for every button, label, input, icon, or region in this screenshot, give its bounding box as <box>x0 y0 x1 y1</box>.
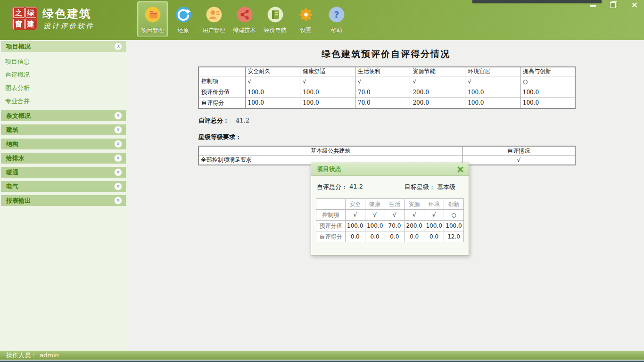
sidebar-section-architecture[interactable]: 建筑 <box>1 124 126 135</box>
table-cell: √ <box>245 76 300 87</box>
toolbar-button-help[interactable]: ? 帮助 <box>321 1 352 37</box>
sidebar-section-hvac[interactable]: 暖通 <box>1 167 126 178</box>
table-cell: √ <box>300 76 355 87</box>
sidebar-section-project-overview[interactable]: 项目概况 <box>1 41 126 52</box>
sidebar-section-report-output[interactable]: 报表输出 <box>1 195 126 206</box>
main-toolbar: 项目管理 还原 用户管理 <box>137 1 352 37</box>
toolbar-button-settings[interactable]: 设置 <box>290 1 321 37</box>
table-header-cell: 健康舒适 <box>300 67 355 76</box>
sidebar-item-self-eval-overview[interactable]: 自评概况 <box>0 68 127 82</box>
table-row: 预评价分值 100.0 100.0 70.0 200.0 100.0 100.0 <box>198 87 575 98</box>
dialog-titlebar[interactable]: 项目状态 <box>311 163 469 176</box>
status-bar: 操作人员：admin <box>0 351 644 360</box>
table-header-row: 基本级公共建筑 自评情况 <box>198 146 575 156</box>
chevron-down-icon[interactable] <box>114 168 122 176</box>
svg-text:?: ? <box>334 9 339 20</box>
table-cell: 100.0 <box>424 221 444 231</box>
restore-window-icon[interactable] <box>610 1 617 8</box>
table-cell: 100.0 <box>345 221 365 231</box>
logo-char: 之 <box>13 8 25 18</box>
sidebar-section-plumbing[interactable]: 给排水 <box>1 153 126 164</box>
toolbar-button-user-management[interactable]: 用户管理 <box>198 1 229 37</box>
chevron-up-icon[interactable] <box>114 42 122 50</box>
row-label-cell: 自评得分 <box>316 231 346 242</box>
chevron-down-icon[interactable] <box>114 140 122 148</box>
table-header-cell: 自评情况 <box>462 146 575 156</box>
table-cell: 100.0 <box>300 87 355 98</box>
table-cell: 200.0 <box>410 98 465 108</box>
dialog-close-icon[interactable] <box>456 166 463 173</box>
table-cell: 200.0 <box>410 87 465 98</box>
operator-value: admin <box>40 352 59 359</box>
chevron-down-icon[interactable] <box>114 182 122 190</box>
table-row: 控制项 √ √ √ √ √ ○ <box>316 210 464 221</box>
table-cell: √ <box>345 210 365 221</box>
sidebar-item-chart-analysis[interactable]: 图表分析 <box>0 82 127 95</box>
gear-icon <box>297 6 315 24</box>
sidebar-item-discipline-merge[interactable]: 专业合并 <box>0 95 127 108</box>
app-logo: 之 绿 窗 建 <box>12 7 37 30</box>
sidebar-section-label: 项目概况 <box>6 42 114 51</box>
operator-label: 操作人员： <box>6 352 37 359</box>
window-titlebar: 之 绿 窗 建 绿色建筑 设计评价软件 项目管理 还原 <box>0 0 644 40</box>
table-cell: √ <box>355 76 410 87</box>
table-cell: √ <box>405 210 424 221</box>
sidebar-item-project-info[interactable]: 项目信息 <box>0 55 127 68</box>
sidebar-section-label: 条文概况 <box>6 112 114 120</box>
window-controls <box>589 1 638 8</box>
page-title: 绿色建筑预评价自评得分情况 <box>128 48 644 60</box>
table-header-cell: 安全 <box>345 199 365 210</box>
toolbar-button-project-management[interactable]: 项目管理 <box>137 1 168 37</box>
table-cell: 70.0 <box>385 221 405 231</box>
sidebar-section-structure[interactable]: 结构 <box>1 139 126 149</box>
row-label-cell: 控制项 <box>198 76 245 87</box>
table-row: 控制项 √ √ √ √ √ ○ <box>198 76 575 87</box>
logo-char: 窗 <box>13 19 25 29</box>
chevron-down-icon[interactable] <box>114 154 122 162</box>
sidebar-section-label: 给排水 <box>6 154 114 163</box>
chevron-down-icon[interactable] <box>114 126 122 134</box>
toolbar-button-restore[interactable]: 还原 <box>168 1 198 37</box>
toolbar-button-label: 评价导航 <box>264 26 287 34</box>
sidebar: 项目概况 项目信息 自评概况 图表分析 专业合并 条文概况 建筑 结构 给排水 … <box>0 40 127 351</box>
row-label-cell: 自评得分 <box>198 98 245 108</box>
table-cell: 100.0 <box>465 87 520 98</box>
self-eval-total-label: 自评总分： <box>198 117 229 124</box>
chevron-down-icon[interactable] <box>114 112 122 120</box>
toolbar-button-label: 设置 <box>300 26 312 34</box>
table-header-cell: 资源 <box>405 199 424 210</box>
background-window-edge <box>472 0 602 3</box>
table-cell: 70.0 <box>355 98 410 108</box>
folder-icon <box>144 6 162 24</box>
toolbar-button-label: 帮助 <box>331 26 342 34</box>
dialog-info-row: 自评总分：41.2 目标星级：基本级 <box>317 183 463 191</box>
user-icon <box>205 6 223 24</box>
chevron-down-icon[interactable] <box>114 197 122 205</box>
sidebar-section-label: 报表输出 <box>6 197 114 205</box>
table-header-row: 安全耐久 健康舒适 生活便利 资源节能 环境宜居 提高与创新 <box>198 67 575 76</box>
table-header-cell: 资源节能 <box>410 67 465 76</box>
app-title: 绿色建筑 <box>42 6 91 21</box>
dialog-title: 项目状态 <box>317 165 456 173</box>
toolbar-button-green-tech[interactable]: 绿建技术 <box>229 1 260 37</box>
sidebar-section-electrical[interactable]: 电气 <box>1 181 126 192</box>
minimize-icon[interactable] <box>589 1 596 8</box>
sidebar-section-label: 暖通 <box>6 168 114 177</box>
toolbar-button-evaluation-nav[interactable]: 评价导航 <box>260 1 290 37</box>
sidebar-section-clause-overview[interactable]: 条文概况 <box>1 110 126 121</box>
table-cell: ○ <box>520 76 575 87</box>
book-icon <box>266 6 284 24</box>
table-cell: 0.0 <box>405 231 424 242</box>
dialog-target-label: 目标星级： <box>405 183 435 191</box>
share-network-icon <box>236 6 254 24</box>
row-label-cell: 控制项 <box>316 210 346 221</box>
table-cell: 0.0 <box>385 231 405 242</box>
table-cell: √ <box>465 76 520 87</box>
row-label-cell: 预评分值 <box>316 221 346 231</box>
self-eval-total-value: 41.2 <box>236 117 249 124</box>
close-icon[interactable] <box>631 1 638 8</box>
row-label-cell: 预评价分值 <box>198 87 245 98</box>
dialog-score-table: 安全 健康 生活 资源 环境 创新 控制项 √ √ √ √ √ ○ 预评分值 1… <box>316 198 464 242</box>
table-cell: 0.0 <box>345 231 365 242</box>
logo-char: 绿 <box>25 8 37 18</box>
